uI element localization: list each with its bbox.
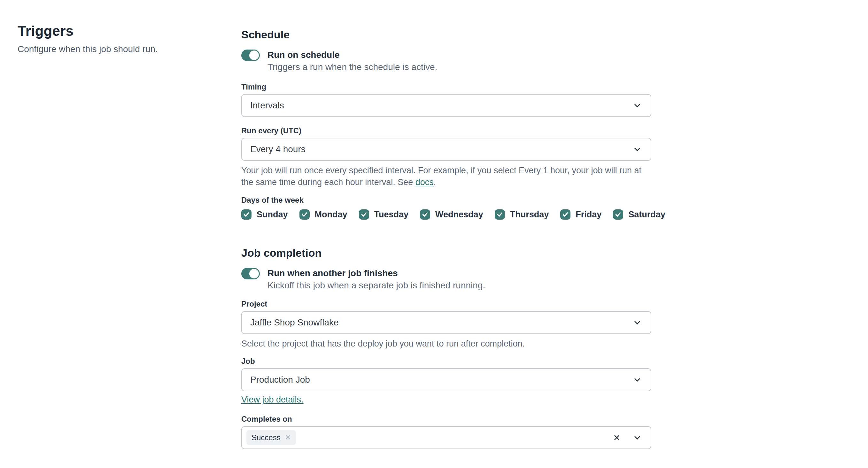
triggers-settings-page: Triggers Configure when this job should … bbox=[0, 0, 868, 468]
checkbox-checked-icon[interactable] bbox=[300, 209, 310, 220]
job-select-value: Production Job bbox=[250, 375, 632, 385]
day-label: Friday bbox=[576, 210, 601, 220]
success-tag-label: Success bbox=[251, 433, 281, 442]
page-subtitle: Configure when this job should run. bbox=[18, 44, 216, 54]
run-when-job-finishes-row: Run when another job finishes Kickoff th… bbox=[241, 267, 651, 291]
day-label: Thursday bbox=[510, 210, 549, 220]
chevron-down-icon bbox=[632, 375, 642, 385]
days-of-week-group: Sunday Monday Tuesday Wednesday Thursday… bbox=[241, 209, 651, 220]
job-select[interactable]: Production Job bbox=[241, 368, 651, 391]
timing-select-value: Intervals bbox=[250, 100, 632, 111]
day-checkbox-thursday[interactable]: Thursday bbox=[495, 209, 549, 220]
project-help-text: Select the project that has the deploy j… bbox=[241, 338, 651, 350]
chevron-down-icon bbox=[632, 100, 642, 111]
project-select[interactable]: Jaffle Shop Snowflake bbox=[241, 311, 651, 334]
run-every-select[interactable]: Every 4 hours bbox=[241, 138, 651, 161]
run-when-job-finishes-text: Run when another job finishes Kickoff th… bbox=[268, 267, 485, 291]
checkbox-checked-icon[interactable] bbox=[613, 209, 623, 220]
run-on-schedule-text: Run on schedule Triggers a run when the … bbox=[268, 49, 437, 73]
checkbox-checked-icon[interactable] bbox=[359, 209, 369, 220]
help-text-before: Your job will run once every specified i… bbox=[241, 165, 642, 187]
day-label: Wednesday bbox=[435, 210, 483, 220]
timing-label: Timing bbox=[241, 83, 651, 91]
completes-on-multiselect[interactable]: Success ✕ bbox=[241, 426, 651, 449]
day-checkbox-monday[interactable]: Monday bbox=[300, 209, 347, 220]
day-checkbox-tuesday[interactable]: Tuesday bbox=[359, 209, 409, 220]
checkbox-checked-icon[interactable] bbox=[495, 209, 505, 220]
project-label: Project bbox=[241, 300, 651, 308]
completes-on-label: Completes on bbox=[241, 415, 651, 423]
section-intro: Triggers Configure when this job should … bbox=[18, 23, 216, 54]
day-checkbox-friday[interactable]: Friday bbox=[560, 209, 601, 220]
run-when-job-finishes-description: Kickoff this job when a separate job is … bbox=[268, 279, 485, 291]
day-label: Saturday bbox=[628, 210, 665, 220]
day-label: Sunday bbox=[257, 210, 288, 220]
docs-link[interactable]: docs bbox=[415, 178, 434, 187]
days-of-week-label: Days of the week bbox=[241, 196, 651, 204]
run-every-label: Run every (UTC) bbox=[241, 127, 651, 135]
day-checkbox-wednesday[interactable]: Wednesday bbox=[420, 209, 483, 220]
checkbox-checked-icon[interactable] bbox=[420, 209, 430, 220]
success-tag-chip: Success ✕ bbox=[246, 430, 296, 445]
toggle-knob bbox=[249, 269, 259, 278]
run-when-job-finishes-label: Run when another job finishes bbox=[268, 267, 485, 279]
day-label: Tuesday bbox=[374, 210, 409, 220]
chevron-down-icon[interactable] bbox=[632, 433, 642, 443]
remove-tag-icon[interactable]: ✕ bbox=[285, 434, 291, 441]
timing-select[interactable]: Intervals bbox=[241, 94, 651, 117]
checkbox-checked-icon[interactable] bbox=[241, 209, 251, 220]
project-select-value: Jaffle Shop Snowflake bbox=[250, 317, 632, 327]
triggers-form: Schedule Run on schedule Triggers a run … bbox=[241, 28, 651, 449]
clear-all-icon[interactable] bbox=[612, 433, 621, 442]
day-checkbox-saturday[interactable]: Saturday bbox=[613, 209, 665, 220]
run-on-schedule-row: Run on schedule Triggers a run when the … bbox=[241, 49, 651, 73]
chevron-down-icon bbox=[632, 144, 642, 154]
job-completion-heading: Job completion bbox=[241, 247, 651, 259]
view-job-details-link[interactable]: View job details. bbox=[241, 395, 304, 404]
job-label: Job bbox=[241, 357, 651, 365]
day-label: Monday bbox=[315, 210, 347, 220]
run-on-schedule-toggle[interactable] bbox=[241, 50, 260, 61]
page-title: Triggers bbox=[18, 23, 216, 39]
day-checkbox-sunday[interactable]: Sunday bbox=[241, 209, 288, 220]
job-detail-row: View job details. bbox=[241, 395, 651, 404]
help-text-after: . bbox=[434, 178, 436, 187]
toggle-knob bbox=[249, 51, 259, 60]
schedule-heading: Schedule bbox=[241, 28, 651, 41]
chevron-down-icon bbox=[632, 317, 642, 327]
run-every-select-value: Every 4 hours bbox=[250, 144, 632, 154]
run-on-schedule-label: Run on schedule bbox=[268, 49, 437, 61]
run-when-job-finishes-toggle[interactable] bbox=[241, 268, 260, 279]
run-on-schedule-description: Triggers a run when the schedule is acti… bbox=[268, 61, 437, 73]
run-every-help-text: Your job will run once every specified i… bbox=[241, 165, 651, 188]
checkbox-checked-icon[interactable] bbox=[560, 209, 570, 220]
